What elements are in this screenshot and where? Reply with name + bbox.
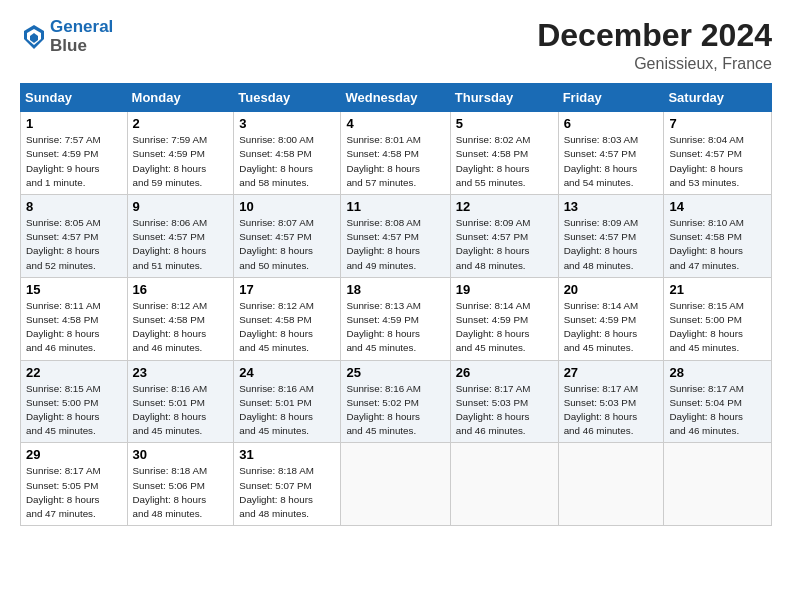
table-row: 15Sunrise: 8:11 AM Sunset: 4:58 PM Dayli…: [21, 277, 128, 360]
day-number: 23: [133, 365, 229, 380]
table-row: 16Sunrise: 8:12 AM Sunset: 4:58 PM Dayli…: [127, 277, 234, 360]
table-row: 29Sunrise: 8:17 AM Sunset: 5:05 PM Dayli…: [21, 443, 128, 526]
day-number: 3: [239, 116, 335, 131]
table-row: 17Sunrise: 8:12 AM Sunset: 4:58 PM Dayli…: [234, 277, 341, 360]
table-row: [664, 443, 772, 526]
day-number: 21: [669, 282, 766, 297]
day-info: Sunrise: 8:03 AM Sunset: 4:57 PM Dayligh…: [564, 133, 659, 190]
day-number: 2: [133, 116, 229, 131]
day-info: Sunrise: 8:06 AM Sunset: 4:57 PM Dayligh…: [133, 216, 229, 273]
table-row: 19Sunrise: 8:14 AM Sunset: 4:59 PM Dayli…: [450, 277, 558, 360]
table-row: [450, 443, 558, 526]
day-info: Sunrise: 8:17 AM Sunset: 5:04 PM Dayligh…: [669, 382, 766, 439]
table-row: 10Sunrise: 8:07 AM Sunset: 4:57 PM Dayli…: [234, 195, 341, 278]
day-number: 9: [133, 199, 229, 214]
day-info: Sunrise: 8:17 AM Sunset: 5:03 PM Dayligh…: [456, 382, 553, 439]
day-info: Sunrise: 8:12 AM Sunset: 4:58 PM Dayligh…: [239, 299, 335, 356]
calendar: Sunday Monday Tuesday Wednesday Thursday…: [20, 83, 772, 526]
day-info: Sunrise: 8:01 AM Sunset: 4:58 PM Dayligh…: [346, 133, 444, 190]
table-row: 30Sunrise: 8:18 AM Sunset: 5:06 PM Dayli…: [127, 443, 234, 526]
day-number: 13: [564, 199, 659, 214]
day-number: 24: [239, 365, 335, 380]
day-number: 27: [564, 365, 659, 380]
day-number: 28: [669, 365, 766, 380]
col-wednesday: Wednesday: [341, 84, 450, 112]
col-monday: Monday: [127, 84, 234, 112]
day-number: 31: [239, 447, 335, 462]
table-row: 31Sunrise: 8:18 AM Sunset: 5:07 PM Dayli…: [234, 443, 341, 526]
table-row: 4Sunrise: 8:01 AM Sunset: 4:58 PM Daylig…: [341, 112, 450, 195]
table-row: 12Sunrise: 8:09 AM Sunset: 4:57 PM Dayli…: [450, 195, 558, 278]
day-number: 25: [346, 365, 444, 380]
day-info: Sunrise: 8:10 AM Sunset: 4:58 PM Dayligh…: [669, 216, 766, 273]
day-info: Sunrise: 8:18 AM Sunset: 5:06 PM Dayligh…: [133, 464, 229, 521]
table-row: [341, 443, 450, 526]
day-info: Sunrise: 8:07 AM Sunset: 4:57 PM Dayligh…: [239, 216, 335, 273]
day-number: 29: [26, 447, 122, 462]
table-row: 6Sunrise: 8:03 AM Sunset: 4:57 PM Daylig…: [558, 112, 664, 195]
day-number: 22: [26, 365, 122, 380]
day-info: Sunrise: 8:09 AM Sunset: 4:57 PM Dayligh…: [564, 216, 659, 273]
col-tuesday: Tuesday: [234, 84, 341, 112]
location-title: Genissieux, France: [537, 55, 772, 73]
table-row: 13Sunrise: 8:09 AM Sunset: 4:57 PM Dayli…: [558, 195, 664, 278]
table-row: 21Sunrise: 8:15 AM Sunset: 5:00 PM Dayli…: [664, 277, 772, 360]
day-number: 1: [26, 116, 122, 131]
col-sunday: Sunday: [21, 84, 128, 112]
calendar-header-row: Sunday Monday Tuesday Wednesday Thursday…: [21, 84, 772, 112]
day-number: 18: [346, 282, 444, 297]
day-number: 26: [456, 365, 553, 380]
day-number: 15: [26, 282, 122, 297]
table-row: 20Sunrise: 8:14 AM Sunset: 4:59 PM Dayli…: [558, 277, 664, 360]
day-number: 8: [26, 199, 122, 214]
day-info: Sunrise: 8:11 AM Sunset: 4:58 PM Dayligh…: [26, 299, 122, 356]
day-number: 20: [564, 282, 659, 297]
header: General Blue December 2024 Genissieux, F…: [20, 18, 772, 73]
day-info: Sunrise: 8:13 AM Sunset: 4:59 PM Dayligh…: [346, 299, 444, 356]
table-row: 5Sunrise: 8:02 AM Sunset: 4:58 PM Daylig…: [450, 112, 558, 195]
day-info: Sunrise: 8:17 AM Sunset: 5:05 PM Dayligh…: [26, 464, 122, 521]
day-info: Sunrise: 8:00 AM Sunset: 4:58 PM Dayligh…: [239, 133, 335, 190]
table-row: 1Sunrise: 7:57 AM Sunset: 4:59 PM Daylig…: [21, 112, 128, 195]
table-row: 2Sunrise: 7:59 AM Sunset: 4:59 PM Daylig…: [127, 112, 234, 195]
day-number: 30: [133, 447, 229, 462]
day-number: 10: [239, 199, 335, 214]
day-info: Sunrise: 8:14 AM Sunset: 4:59 PM Dayligh…: [564, 299, 659, 356]
day-info: Sunrise: 8:08 AM Sunset: 4:57 PM Dayligh…: [346, 216, 444, 273]
table-row: 26Sunrise: 8:17 AM Sunset: 5:03 PM Dayli…: [450, 360, 558, 443]
day-info: Sunrise: 8:16 AM Sunset: 5:01 PM Dayligh…: [239, 382, 335, 439]
day-info: Sunrise: 8:05 AM Sunset: 4:57 PM Dayligh…: [26, 216, 122, 273]
table-row: 22Sunrise: 8:15 AM Sunset: 5:00 PM Dayli…: [21, 360, 128, 443]
logo-text: General Blue: [50, 18, 113, 55]
col-friday: Friday: [558, 84, 664, 112]
logo-icon: [20, 23, 48, 51]
day-info: Sunrise: 7:57 AM Sunset: 4:59 PM Dayligh…: [26, 133, 122, 190]
table-row: 25Sunrise: 8:16 AM Sunset: 5:02 PM Dayli…: [341, 360, 450, 443]
day-info: Sunrise: 8:14 AM Sunset: 4:59 PM Dayligh…: [456, 299, 553, 356]
day-number: 4: [346, 116, 444, 131]
table-row: 11Sunrise: 8:08 AM Sunset: 4:57 PM Dayli…: [341, 195, 450, 278]
day-number: 5: [456, 116, 553, 131]
col-thursday: Thursday: [450, 84, 558, 112]
month-title: December 2024: [537, 18, 772, 53]
title-block: December 2024 Genissieux, France: [537, 18, 772, 73]
day-info: Sunrise: 8:16 AM Sunset: 5:02 PM Dayligh…: [346, 382, 444, 439]
col-saturday: Saturday: [664, 84, 772, 112]
day-number: 12: [456, 199, 553, 214]
logo: General Blue: [20, 18, 113, 55]
day-info: Sunrise: 8:17 AM Sunset: 5:03 PM Dayligh…: [564, 382, 659, 439]
day-info: Sunrise: 8:18 AM Sunset: 5:07 PM Dayligh…: [239, 464, 335, 521]
table-row: 14Sunrise: 8:10 AM Sunset: 4:58 PM Dayli…: [664, 195, 772, 278]
day-info: Sunrise: 8:02 AM Sunset: 4:58 PM Dayligh…: [456, 133, 553, 190]
day-info: Sunrise: 8:15 AM Sunset: 5:00 PM Dayligh…: [26, 382, 122, 439]
day-number: 19: [456, 282, 553, 297]
table-row: 27Sunrise: 8:17 AM Sunset: 5:03 PM Dayli…: [558, 360, 664, 443]
day-info: Sunrise: 8:09 AM Sunset: 4:57 PM Dayligh…: [456, 216, 553, 273]
table-row: [558, 443, 664, 526]
day-info: Sunrise: 8:16 AM Sunset: 5:01 PM Dayligh…: [133, 382, 229, 439]
day-info: Sunrise: 8:04 AM Sunset: 4:57 PM Dayligh…: [669, 133, 766, 190]
table-row: 7Sunrise: 8:04 AM Sunset: 4:57 PM Daylig…: [664, 112, 772, 195]
table-row: 3Sunrise: 8:00 AM Sunset: 4:58 PM Daylig…: [234, 112, 341, 195]
day-number: 17: [239, 282, 335, 297]
table-row: 8Sunrise: 8:05 AM Sunset: 4:57 PM Daylig…: [21, 195, 128, 278]
